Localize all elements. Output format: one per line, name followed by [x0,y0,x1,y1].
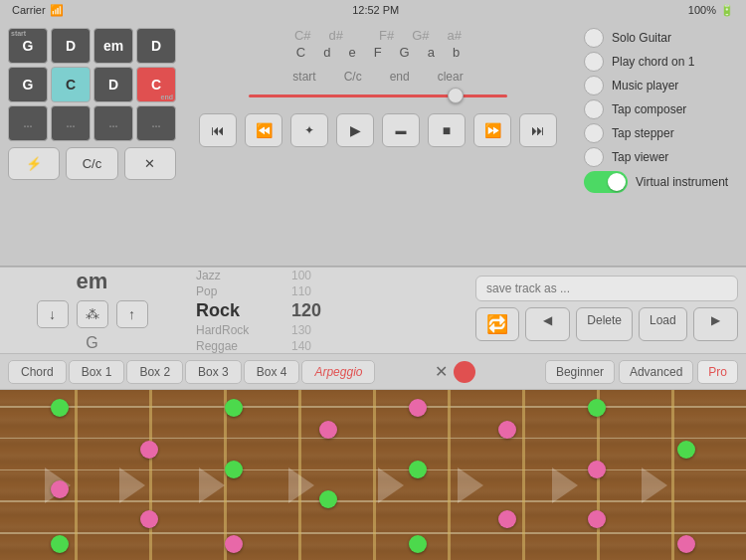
option-virtual-instrument[interactable]: Virtual instrument [584,171,734,193]
toggle-virtual-instrument[interactable] [584,171,628,193]
clear-chord-button[interactable]: ✕ [124,147,176,180]
fret-marker-3 [288,467,314,503]
chord-up-button[interactable]: ↑ [116,300,148,328]
radio-solo-guitar[interactable] [584,28,604,48]
track-back-button[interactable]: ◀ [525,307,570,341]
option-tap-stepper[interactable]: Tap stepper [584,123,734,143]
note-dot-0[interactable] [51,399,69,417]
level-pro-button[interactable]: Pro [697,360,738,384]
record-button[interactable] [454,361,475,383]
chord-cell-d2[interactable]: D [136,28,176,64]
pause-button[interactable]: ▬ [382,113,420,147]
option-tap-composer[interactable]: Tap composer [584,99,734,119]
fast-forward-button[interactable]: ⏩ [473,113,511,147]
note-dot-16[interactable] [588,461,606,478]
note-dot-3[interactable] [140,441,158,459]
option-music-player[interactable]: Music player [584,76,734,95]
option-tap-viewer[interactable]: Tap viewer [584,147,734,167]
track-load-button[interactable]: Load [639,307,687,341]
level-beginner-button[interactable]: Beginner [545,360,615,384]
fret-marker-2 [199,467,225,503]
stop-button[interactable]: ■ [428,113,466,147]
fret-marker-5 [458,467,483,503]
radio-music-player[interactable] [584,76,604,95]
wifi-icon: 📶 [50,4,64,17]
chord-cell-g2[interactable]: G [8,67,48,102]
tempo-jazz[interactable]: Jazz 100 [196,268,456,283]
note-dot-11[interactable] [409,461,427,478]
transport-buttons: ⏮ ⏪ ✦ ▶ ▬ ■ ⏩ ⏭ [199,113,557,147]
skip-forward-button[interactable]: ⏭ [519,113,557,147]
skip-back-button[interactable]: ⏮ [199,113,237,147]
fret-1 [75,390,78,560]
note-dot-10[interactable] [409,399,427,417]
label-end: end [390,70,410,84]
label-music-player: Music player [612,79,678,93]
chord-cell-dots2[interactable]: ... [51,105,91,141]
cc-button[interactable]: C/c [66,147,117,180]
chord-cell-g-start[interactable]: start G [8,28,48,64]
chord-cell-em[interactable]: em [93,28,133,64]
chord-down-button[interactable]: ↓ [37,300,69,328]
radio-play-chord[interactable] [584,52,604,72]
tempo-pop[interactable]: Pop 110 [196,283,456,299]
option-play-chord[interactable]: Play chord on 1 [584,52,734,72]
radio-tap-stepper[interactable] [584,123,604,143]
rewind-button[interactable]: ⏪ [245,113,282,147]
tab-box1[interactable]: Box 1 [69,360,125,384]
radio-tap-viewer[interactable] [584,147,604,167]
note-dot-8[interactable] [319,421,337,439]
chord-display: em ↓ ⁂ ↑ G [0,268,184,353]
note-dot-1[interactable] [51,480,69,498]
label-play-chord: Play chord on 1 [612,55,694,69]
note-dot-13[interactable] [498,421,516,439]
slider-track [249,94,507,97]
chord-cell-d3[interactable]: D [93,67,133,102]
sparkle-button[interactable]: ✦ [290,113,328,147]
lightning-button[interactable]: ⚡ [8,147,60,180]
label-solo-guitar: Solo Guitar [612,31,671,45]
note-dot-14[interactable] [498,510,516,528]
chord-shuffle-button[interactable]: ⁂ [77,300,108,328]
note-dot-15[interactable] [588,399,606,417]
status-time: 12:52 PM [352,4,399,16]
tempo-rock[interactable]: Rock 120 [196,299,456,322]
chord-cell-d1[interactable]: D [51,28,91,64]
note-dot-9[interactable] [319,490,337,508]
note-dot-19[interactable] [677,535,695,553]
note-dot-17[interactable] [588,510,606,528]
tab-box3[interactable]: Box 3 [185,360,242,384]
label-clear: clear [438,70,464,84]
tab-chord[interactable]: Chord [8,360,67,384]
option-solo-guitar[interactable]: Solo Guitar [584,28,734,48]
radio-tap-composer[interactable] [584,99,604,119]
close-icon[interactable]: ✕ [435,362,448,381]
carrier-label: Carrier [12,4,46,16]
chord-cell-dots1[interactable]: ... [8,105,48,141]
tempo-reggae[interactable]: Reggae 140 [196,338,456,354]
tab-box4[interactable]: Box 4 [244,360,300,384]
tempo-hardrock[interactable]: HardRock 130 [196,322,456,338]
note-dot-7[interactable] [225,535,243,553]
chord-cell-c-red[interactable]: C end [136,67,176,102]
level-advanced-button[interactable]: Advanced [619,360,693,384]
note-dot-6[interactable] [225,461,243,478]
track-icon-button[interactable]: 🔁 [475,307,519,341]
fret-marker-4 [378,467,404,503]
tab-arpeggio[interactable]: Arpeggio [301,360,375,384]
track-forward-button[interactable]: ▶ [693,307,738,341]
play-button[interactable]: ▶ [336,113,374,147]
chord-cell-dots3[interactable]: ... [93,105,133,141]
note-dot-18[interactable] [677,441,695,459]
chord-cell-dots4[interactable]: ... [136,105,176,141]
tab-box2[interactable]: Box 2 [126,360,183,384]
note-dot-4[interactable] [140,510,158,528]
note-dot-2[interactable] [51,535,69,553]
chord-cell-c-cyan[interactable]: C [51,67,91,102]
transport-slider[interactable] [249,88,507,103]
note-dot-12[interactable] [409,535,427,553]
save-track-input[interactable] [475,276,738,301]
track-delete-button[interactable]: Delete [576,307,633,341]
slider-thumb[interactable] [448,88,464,103]
note-dot-5[interactable] [225,399,243,417]
